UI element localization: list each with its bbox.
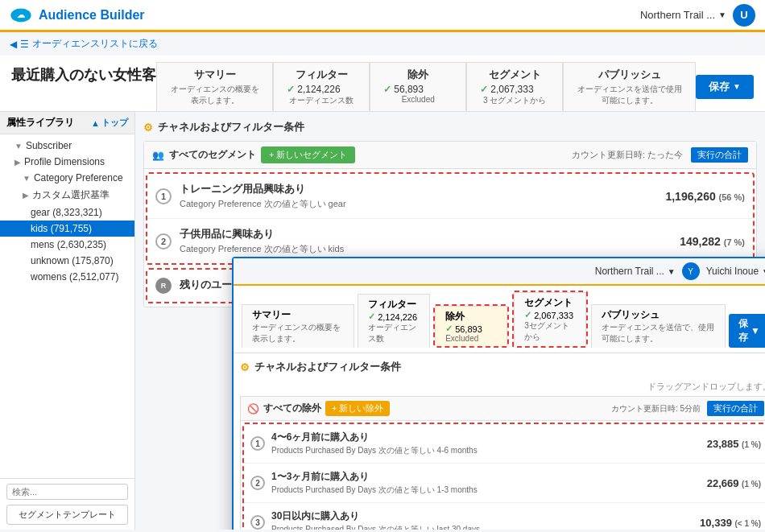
up-arrow-icon: ▲ [91, 118, 100, 128]
run-total-button[interactable]: 実行の合計 [691, 147, 748, 163]
sidebar-item-category-preference[interactable]: ▼ Category Preference [0, 170, 134, 186]
publish-tab-desc: オーディエンスを送信で使用可能にします。 [577, 84, 682, 106]
sidebar-title: 属性ライブラリ [6, 116, 74, 130]
segment-sub-1: Category Preference 次の値と等しい gear [180, 198, 657, 210]
back-nav-label: オーディエンスリストに戻る [32, 37, 158, 51]
overlay-user[interactable]: Yuichi Inoue ▼ [706, 266, 765, 277]
sidebar-item-label: Category Preference [34, 172, 123, 184]
overlay-org[interactable]: Northern Trail ... ▼ [595, 266, 676, 277]
ex-title-3: 30日以内に購入あり [271, 509, 693, 523]
overlay-tab-filter[interactable]: フィルター ✓ 2,124,226 オーディエンス数 [358, 294, 430, 348]
exclusion-tab-label: 除外 [383, 68, 453, 82]
segment-row-1[interactable]: 1 トレーニング用品興味あり Category Preference 次の値と等… [147, 174, 753, 219]
overlay-tab-publish[interactable]: パブリッシュ オーディエンスを送信で、使用可能にします。 [591, 304, 726, 348]
save-button[interactable]: 保存 ▼ [696, 75, 754, 99]
ex-title-1: 4〜6ヶ月前に購入あり [271, 431, 701, 444]
ex-content-3: 30日以内に購入あり Products Purchased By Days 次の… [271, 509, 693, 530]
ex-sub-1: Products Purchased By Days 次の値と等しい 4-6 m… [271, 445, 701, 456]
overlay-save-button[interactable]: 保存 ▼ [729, 314, 765, 348]
ex-content-2: 1〜3ヶ月前に購入あり Products Purchased By Days 次… [271, 470, 701, 496]
svg-text:☁: ☁ [17, 10, 25, 19]
overlay-publish-desc: オーディエンスを送信で、使用可能にします。 [602, 322, 715, 344]
tab-filter[interactable]: フィルター ✓ 2,124,226 オーディエンス数 [273, 62, 370, 111]
overlay-run-total-button[interactable]: 実行の合計 [707, 401, 764, 416]
overlay-save-caret-icon: ▼ [751, 325, 760, 336]
ex-num-1: 1 [250, 436, 265, 451]
overlay-avatar-initial: Y [688, 267, 693, 276]
overlay-tab-segment-wrapper: セグメント ✓ 2,067,333 3セグメントから [512, 291, 588, 348]
sidebar-item-label: Subscriber [26, 140, 72, 151]
sidebar-item-label: カスタム選択基準 [32, 188, 110, 202]
segment-title-2: 子供用品に興味あり [180, 227, 672, 241]
sidebar-top-link[interactable]: ▲ トップ [91, 117, 128, 129]
exclusion-check-icon: ✓ [383, 84, 391, 95]
top-link-label: トップ [101, 117, 128, 129]
segment-num-r: R [155, 278, 172, 294]
summary-tab-desc: オーディエンスの概要を表示します。 [170, 84, 259, 106]
tab-exclusion[interactable]: 除外 ✓ 56,893 Excluded [370, 62, 466, 111]
avatar[interactable]: U [733, 4, 755, 27]
segment-template-button[interactable]: セグメントテンプレート [6, 505, 128, 525]
ex-num-2: 2 [250, 476, 265, 490]
overlay-filter-panel-icon: ⚙ [240, 361, 250, 373]
sidebar-item-label: unknown (175,870) [31, 255, 114, 266]
overlay-user-chevron-icon: ▼ [762, 267, 765, 276]
search-input[interactable] [6, 484, 128, 500]
overlay-breadcrumb-label: チャネルおよびフィルター条件 [254, 360, 401, 374]
tab-summary[interactable]: サマリー オーディエンスの概要を表示します。 [156, 62, 273, 111]
overlay-filter-label: フィルター [368, 298, 420, 311]
overlay-summary-label: サマリー [252, 308, 344, 322]
ex-content-1: 4〜6ヶ月前に購入あり Products Purchased By Days 次… [271, 431, 701, 456]
sidebar-item-subscriber[interactable]: ▼ Subscriber [0, 138, 134, 154]
ex-pct-3: (< 1 %) [734, 519, 761, 528]
overlay-tab-exclusion[interactable]: 除外 ✓ 56,893 Excluded [435, 306, 507, 346]
overlay-tab-segment[interactable]: セグメント ✓ 2,067,333 3セグメントから [514, 292, 586, 346]
overlay-exclusion-value: 56,893 [455, 324, 482, 334]
overlay-segment-check-icon: ✓ [524, 310, 531, 320]
segment-num-1: 1 [155, 188, 172, 204]
ex-title-2: 1〜3ヶ月前に購入あり [271, 470, 701, 484]
new-exclusion-button[interactable]: + 新しい除外 [325, 401, 390, 416]
exclusion-row-3[interactable]: 3 30日以内に購入あり Products Purchased By Days … [244, 503, 765, 530]
org-selector[interactable]: Northern Trail ... ▼ [640, 9, 726, 21]
tab-segment[interactable]: セグメント ✓ 2,067,333 3 セグメントから [466, 62, 563, 111]
page-title: 最近購入のない女性客 [11, 62, 156, 85]
ex-sub-2: Products Purchased By Days 次の値と等しい 1-3 m… [271, 485, 701, 496]
sidebar-item-label: gear (8,323,321) [31, 207, 102, 218]
new-segment-button[interactable]: + 新しいセグメント [261, 146, 355, 163]
org-name: Northern Trail ... [640, 9, 715, 21]
overlay-save-label: 保存 [738, 317, 748, 344]
overlay-header-right: Northern Trail ... ▼ Y Yuichi Inoue ▼ [595, 262, 765, 280]
sidebar-item-unknown[interactable]: unknown (175,870) [0, 253, 134, 269]
toggle-icon: ▼ [14, 142, 23, 151]
summary-tab-label: サマリー [170, 68, 259, 82]
back-nav[interactable]: ◀ ☰ オーディエンスリストに戻る [0, 32, 765, 56]
sidebar-item-mens[interactable]: mens (2,630,235) [0, 237, 134, 253]
exclusion-row-2[interactable]: 2 1〜3ヶ月前に購入あり Products Purchased By Days… [244, 464, 765, 503]
exclusion-row-1[interactable]: 1 4〜6ヶ月前に購入あり Products Purchased By Days… [244, 424, 765, 464]
overlay-header: Northern Trail ... ▼ Y Yuichi Inoue ▼ [234, 258, 765, 286]
ex-pct-1: (1 %) [742, 440, 761, 449]
tab-publish[interactable]: パブリッシュ オーディエンスを送信で使用可能にします。 [563, 62, 696, 111]
overlay-filter-sub: オーディエンス数 [368, 322, 420, 344]
filter-icon: ⚙ [143, 122, 153, 134]
segment-panel-header: 👥 すべてのセグメント + 新しいセグメント カウント更新日時: たった今 実行… [144, 142, 756, 169]
overlay-popup: Northern Trail ... ▼ Y Yuichi Inoue ▼ サマ… [232, 257, 765, 530]
panel-breadcrumb-label: チャネルおよびフィルター条件 [158, 120, 304, 134]
segment-title-1: トレーニング用品興味あり [180, 182, 657, 196]
segment-panel-label: すべてのセグメント [169, 148, 256, 162]
overlay-tab-summary[interactable]: サマリー オーディエンスの概要を表示します。 [242, 304, 354, 348]
sidebar-item-gear[interactable]: gear (8,323,321) [0, 204, 134, 221]
segment-meta: カウント更新日時: たった今 実行の合計 [572, 147, 748, 163]
exclusion-panel-header: 🚫 すべての除外 + 新しい除外 カウント更新日時: 5分前 実行の合計 [240, 396, 765, 420]
exclusion-rows: 1 4〜6ヶ月前に購入あり Products Purchased By Days… [240, 420, 765, 530]
segment-num-2: 2 [155, 233, 172, 250]
sidebar-item-custom-criteria[interactable]: ▶ カスタム選択基準 [0, 186, 134, 204]
sidebar-item-womens[interactable]: womens (2,512,077) [0, 269, 134, 285]
exclusion-count-updated: カウント更新日時: 5分前 [611, 403, 701, 414]
exclusion-meta: カウント更新日時: 5分前 実行の合計 [611, 401, 764, 416]
save-caret-icon: ▼ [733, 82, 741, 91]
toggle-icon: ▼ [23, 174, 31, 183]
sidebar-item-profile-dimensions[interactable]: ▶ Profile Dimensions [0, 154, 134, 170]
sidebar-item-kids[interactable]: kids (791,755) [0, 221, 134, 237]
